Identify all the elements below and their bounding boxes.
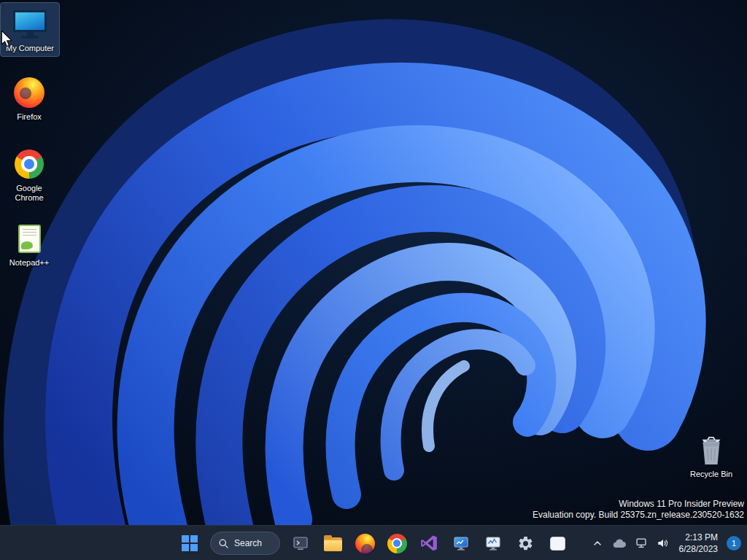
taskbar-app-whiteboard[interactable] [543, 529, 572, 558]
notification-count: 1 [732, 539, 736, 548]
recycle-bin-icon [697, 432, 725, 467]
taskbar-app-firefox[interactable] [350, 529, 379, 558]
gear-icon [517, 535, 534, 552]
performance-monitor-icon [484, 534, 502, 552]
system-tray: 2:13 PM 6/28/2023 1 [587, 526, 747, 560]
file-explorer-icon [324, 537, 342, 551]
taskbar-app-system-monitor[interactable] [446, 529, 476, 558]
taskbar: Search [0, 525, 747, 560]
taskbar-app-visual-studio[interactable] [414, 529, 444, 558]
taskbar-app-terminal[interactable] [286, 529, 315, 558]
recycle-bin-label: Recycle Bin [690, 470, 732, 479]
visual-studio-icon [419, 534, 438, 553]
chrome-icon [387, 534, 407, 553]
taskbar-app-settings[interactable] [511, 529, 540, 558]
evaluation-watermark: Windows 11 Pro Insider Preview Evaluatio… [533, 499, 744, 521]
clock-date: 6/28/2023 [679, 544, 718, 554]
chrome-icon [15, 147, 44, 182]
desktop-icon-google-chrome[interactable]: Google Chrome [0, 143, 58, 206]
tray-volume[interactable] [653, 530, 673, 556]
desktop-icon-notepadpp[interactable]: Notepad++ [0, 217, 58, 271]
desktop-icon-firefox[interactable]: Firefox [0, 71, 58, 125]
start-button[interactable] [175, 529, 204, 558]
firefox-label: Firefox [17, 112, 42, 122]
notification-badge[interactable]: 1 [727, 536, 741, 551]
network-ethernet-icon [634, 536, 649, 551]
terminal-icon [292, 534, 309, 552]
desktop-icon-recycle-bin[interactable]: Recycle Bin [682, 429, 740, 482]
watermark-line1: Windows 11 Pro Insider Preview [533, 499, 744, 510]
system-monitor-icon [452, 534, 470, 552]
watermark-line2: Evaluation copy. Build 25375.zn_release.… [533, 510, 744, 521]
notepadpp-icon [18, 221, 41, 256]
search-icon [218, 538, 229, 549]
white-window-icon [550, 537, 565, 551]
desktop-icon-my-computer[interactable]: My Computer [1, 3, 59, 56]
search-label: Search [234, 538, 262, 548]
wallpaper-bloom [0, 0, 747, 525]
firefox-icon [355, 534, 375, 553]
tray-clock[interactable]: 2:13 PM 6/28/2023 [675, 530, 722, 556]
tray-show-hidden-icons[interactable] [587, 530, 608, 556]
my-computer-icon [13, 7, 47, 42]
mouse-cursor [0, 31, 13, 48]
firefox-icon [14, 75, 44, 110]
desktop-surface[interactable]: My Computer Firefox Google Chrome Notepa… [0, 0, 747, 525]
tray-onedrive[interactable] [609, 530, 630, 556]
taskbar-center-group: Search [175, 526, 572, 560]
windows-logo-icon [182, 535, 198, 551]
clock-time: 2:13 PM [685, 532, 718, 542]
taskbar-search[interactable]: Search [210, 532, 280, 555]
tray-network[interactable] [631, 530, 651, 556]
notepadpp-label: Notepad++ [9, 258, 49, 268]
taskbar-app-performance-monitor[interactable] [479, 529, 508, 558]
speaker-icon [656, 536, 670, 551]
chrome-label: Google Chrome [2, 184, 56, 203]
cloud-icon [612, 537, 627, 549]
chevron-up-icon [592, 538, 603, 548]
taskbar-app-file-explorer[interactable] [318, 529, 347, 558]
taskbar-app-chrome[interactable] [382, 529, 411, 558]
